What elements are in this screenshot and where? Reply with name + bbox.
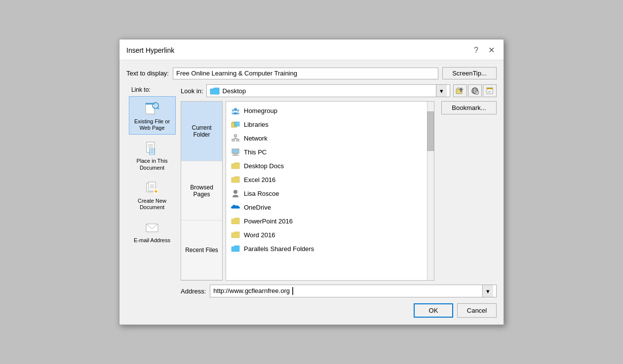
- libraries-icon: [231, 120, 240, 129]
- list-item[interactable]: Parallels Shared Folders: [226, 242, 434, 255]
- scrollbar-thumb[interactable]: [427, 111, 434, 151]
- svg-rect-31: [487, 88, 493, 89]
- folder-icon: [231, 230, 240, 239]
- folder-icon: [231, 161, 240, 170]
- place-document-icon: [144, 140, 160, 156]
- svg-point-34: [234, 108, 237, 111]
- sidebar-item-new-doc[interactable]: Create New Document: [129, 176, 176, 214]
- look-in-label: Look in:: [181, 87, 203, 95]
- svg-rect-42: [232, 139, 234, 141]
- browse-web-button[interactable]: [468, 84, 482, 97]
- list-item[interactable]: Network: [226, 131, 434, 145]
- text-display-row: Text to display: ScreenTip...: [126, 67, 497, 79]
- svg-rect-50: [234, 154, 237, 155]
- folder-icon: [231, 217, 240, 225]
- svg-point-53: [233, 195, 238, 197]
- up-folder-button[interactable]: [453, 84, 467, 97]
- user-icon: [231, 189, 240, 198]
- cancel-button[interactable]: Cancel: [457, 303, 497, 318]
- network-icon: [231, 134, 240, 143]
- folder-icon: [210, 87, 220, 95]
- list-item[interactable]: Libraries: [226, 117, 434, 131]
- look-in-value: Desktop: [223, 87, 433, 95]
- email-label: E-mail Address: [134, 237, 170, 244]
- toolbar-buttons: [453, 84, 497, 97]
- svg-rect-49: [233, 149, 238, 153]
- place-document-label: Place in This Document: [131, 158, 173, 171]
- file-item-name: Word 2016: [244, 231, 275, 239]
- title-bar: Insert Hyperlink ? ✕: [119, 39, 504, 60]
- file-item-name: Excel 2016: [244, 176, 275, 183]
- file-area: Current Folder Browsed Pages Recent File…: [181, 101, 497, 281]
- list-item[interactable]: This PC: [226, 145, 434, 159]
- address-row: Address: http://www.gcflearnfree.org ▾: [181, 285, 497, 297]
- list-item[interactable]: Desktop Docs: [226, 159, 434, 173]
- browsed-pages-nav[interactable]: Browsed Pages: [181, 161, 222, 221]
- existing-file-label: Existing File or Web Page: [131, 118, 173, 131]
- svg-point-39: [236, 112, 239, 114]
- look-in-dropdown-arrow[interactable]: ▾: [436, 85, 447, 97]
- link-to-label: Link to:: [131, 86, 151, 93]
- svg-line-3: [157, 108, 159, 109]
- sidebar-item-email[interactable]: E-mail Address: [129, 215, 176, 247]
- address-label: Address:: [181, 288, 206, 295]
- address-combo[interactable]: http://www.gcflearnfree.org ▾: [210, 285, 497, 297]
- file-list-inner: Homegroup: [226, 102, 434, 257]
- ok-button[interactable]: OK: [414, 303, 453, 318]
- new-document-icon: [144, 180, 160, 196]
- link-to-sidebar: Link to: Existing File or Web Page: [126, 84, 181, 318]
- list-item[interactable]: OneDrive: [226, 200, 434, 214]
- help-button[interactable]: ?: [471, 45, 481, 56]
- file-item-name: OneDrive: [244, 204, 271, 211]
- list-item[interactable]: Homegroup: [226, 104, 434, 117]
- file-item-name: PowerPoint 2016: [244, 218, 293, 225]
- footer-buttons: OK Cancel: [181, 301, 497, 318]
- list-item[interactable]: Lisa Roscoe: [226, 186, 434, 200]
- svg-rect-44: [234, 135, 237, 137]
- onedrive-icon: [231, 203, 240, 212]
- text-display-input[interactable]: [173, 68, 438, 79]
- look-in-combo[interactable]: Desktop ▾: [206, 84, 450, 97]
- svg-rect-8: [150, 149, 155, 155]
- homegroup-icon: [231, 106, 240, 115]
- svg-rect-0: [146, 103, 155, 114]
- insert-hyperlink-dialog: Insert Hyperlink ? ✕ Text to display: Sc…: [119, 39, 504, 325]
- svg-rect-43: [236, 139, 239, 141]
- close-button[interactable]: ✕: [485, 44, 498, 56]
- svg-point-35: [232, 109, 234, 112]
- file-item-name: Lisa Roscoe: [244, 190, 279, 197]
- sub-navigation: Current Folder Browsed Pages Recent File…: [181, 101, 223, 281]
- file-item-name: This PC: [244, 148, 267, 156]
- address-dropdown-arrow[interactable]: ▾: [482, 285, 493, 297]
- svg-point-52: [234, 190, 237, 194]
- list-item[interactable]: PowerPoint 2016: [226, 214, 434, 228]
- address-value: http://www.gcflearnfree.org: [213, 287, 480, 295]
- right-panel: Look in: Desktop ▾: [181, 84, 497, 318]
- dialog-body: Text to display: ScreenTip... Link to:: [119, 60, 504, 325]
- text-display-label: Text to display:: [126, 70, 169, 77]
- recent-files-button[interactable]: [483, 84, 497, 97]
- recent-files-nav[interactable]: Recent Files: [181, 220, 222, 280]
- screentip-button[interactable]: ScreenTip...: [442, 67, 497, 79]
- current-folder-nav[interactable]: Current Folder: [181, 102, 222, 161]
- list-item[interactable]: Excel 2016: [226, 173, 434, 186]
- email-icon: [144, 219, 160, 235]
- svg-rect-41: [234, 122, 239, 126]
- folder-shared-icon: [231, 244, 240, 253]
- list-item[interactable]: Word 2016: [226, 228, 434, 242]
- sidebar-item-place[interactable]: Place in This Document: [129, 136, 176, 174]
- sidebar-item-existing[interactable]: Existing File or Web Page: [129, 96, 176, 135]
- file-item-name: Parallels Shared Folders: [244, 245, 314, 253]
- svg-point-36: [237, 109, 239, 112]
- new-document-label: Create New Document: [131, 198, 173, 211]
- file-item-name: Libraries: [244, 121, 269, 128]
- dialog-title: Insert Hyperlink: [126, 46, 174, 54]
- file-item-name: Desktop Docs: [244, 162, 284, 170]
- this-pc-icon: [231, 147, 240, 156]
- bookmark-button[interactable]: Bookmark...: [441, 101, 497, 114]
- text-cursor: [292, 287, 293, 295]
- file-area-buttons: Bookmark...: [437, 101, 497, 281]
- file-item-name: Network: [244, 135, 268, 142]
- main-area: Link to: Existing File or Web Page: [126, 84, 497, 318]
- scrollbar-track[interactable]: [427, 102, 434, 280]
